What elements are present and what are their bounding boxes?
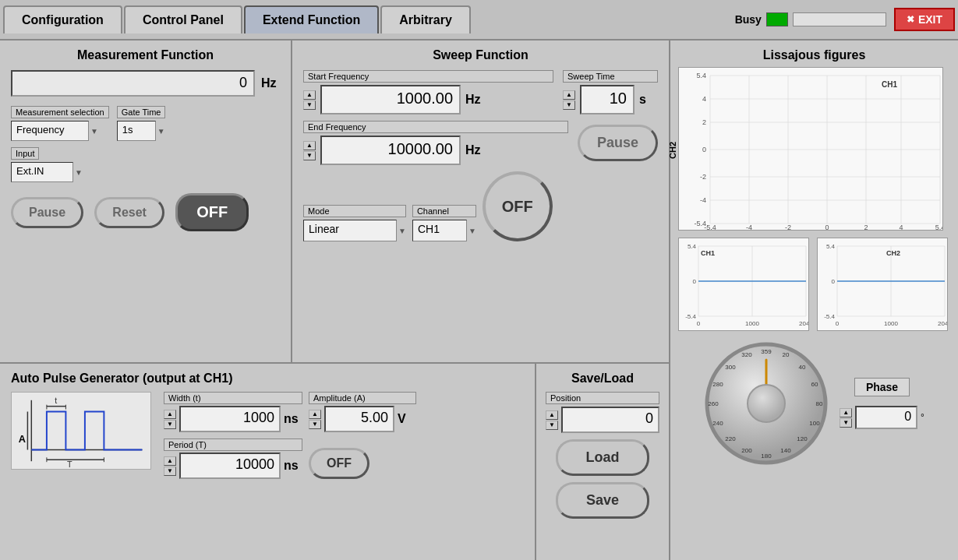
amplitude-up[interactable]: ▲ [309, 410, 321, 419]
phase-down[interactable]: ▼ [840, 418, 852, 428]
position-value[interactable]: 0 [561, 407, 659, 433]
svg-text:-4: -4 [746, 224, 752, 231]
busy-indicator [766, 12, 788, 26]
ch1-sub-chart: 5.4 0 -5.4 0 1000 2047 CH1 [678, 238, 809, 331]
channel-group: Channel CH1 ▼ [412, 205, 476, 241]
sweep-time-down[interactable]: ▼ [563, 100, 575, 110]
sweep-pause-button[interactable]: Pause [578, 125, 658, 161]
sweep-time-group: Sweep Time ▲ ▼ 10 s [563, 70, 658, 114]
start-freq-input-row: ▲ ▼ 1000.00 Hz [303, 85, 553, 114]
tab-extend-function[interactable]: Extend Function [244, 5, 379, 33]
width-down[interactable]: ▼ [164, 420, 176, 429]
tab-control-panel[interactable]: Control Panel [124, 5, 242, 33]
ch2-label: CH2 [668, 141, 677, 158]
sweep-off-button[interactable]: OFF [483, 171, 553, 241]
gate-time-arrow[interactable]: ▼ [157, 127, 165, 136]
tab-arbitrary[interactable]: Arbitrary [380, 5, 471, 33]
svg-text:5.4: 5.4 [696, 72, 706, 79]
input-select[interactable]: Ext.IN ▼ [11, 162, 280, 182]
gate-time-value[interactable]: 1s [117, 121, 156, 141]
position-up[interactable]: ▲ [546, 410, 558, 420]
amplitude-down[interactable]: ▼ [309, 420, 321, 429]
measurement-selection-select[interactable]: Frequency ▼ [11, 121, 109, 141]
gate-time-select[interactable]: 1s ▼ [117, 121, 166, 141]
tab-configuration[interactable]: Configuration [3, 5, 122, 33]
end-freq-unit: Hz [465, 143, 484, 157]
pulse-content: A T t [11, 392, 524, 479]
mode-arrow[interactable]: ▼ [398, 227, 406, 235]
gate-time-group: Gate Time 1s ▼ [117, 106, 166, 141]
input-value[interactable]: Ext.IN [11, 162, 73, 182]
phase-spin[interactable]: ▲ ▼ [840, 408, 852, 428]
start-freq-spin[interactable]: ▲ ▼ [303, 90, 316, 110]
mode-value[interactable]: Linear [303, 220, 397, 241]
amplitude-value[interactable]: 5.00 [324, 406, 394, 432]
svg-text:140: 140 [780, 447, 791, 454]
width-up[interactable]: ▲ [164, 410, 176, 419]
ch2-sub-wrapper: 5.4 0 -5.4 0 1000 2047 CH2 [817, 238, 951, 333]
sweep-time-value[interactable]: 10 [580, 85, 635, 114]
svg-text:2047: 2047 [799, 320, 809, 327]
exit-label: EXIT [918, 13, 942, 26]
busy-label: Busy [735, 13, 762, 26]
measurement-selection-arrow[interactable]: ▼ [90, 127, 98, 136]
measurement-reset-button[interactable]: Reset [94, 197, 164, 228]
measurement-pause-button[interactable]: Pause [11, 197, 83, 228]
period-unit: ns [284, 459, 302, 473]
phase-label: Phase [854, 378, 910, 396]
load-button[interactable]: Load [556, 439, 649, 476]
period-value[interactable]: 10000 [179, 453, 281, 479]
svg-text:200: 200 [741, 447, 752, 454]
svg-text:T: T [67, 460, 72, 469]
channel-value[interactable]: CH1 [412, 220, 467, 241]
pulse-off-button[interactable]: OFF [309, 448, 369, 479]
sweep-time-spin[interactable]: ▲ ▼ [563, 90, 575, 110]
exit-button[interactable]: ✖ EXIT [894, 8, 955, 31]
svg-text:240: 240 [712, 420, 723, 427]
svg-point-87 [748, 385, 785, 422]
phase-value[interactable]: 0 [855, 406, 917, 429]
start-freq-label: Start Frequency [303, 70, 553, 83]
dial-svg[interactable]: 359 20 40 60 80 100 120 140 180 200 220 … [704, 341, 829, 466]
top-row: Measurement Function 0 Hz Measurement se… [0, 41, 669, 364]
end-freq-up[interactable]: ▲ [303, 141, 316, 150]
start-freq-up[interactable]: ▲ [303, 90, 316, 100]
phase-up[interactable]: ▲ [840, 408, 852, 417]
measurement-selection-value[interactable]: Frequency [11, 121, 89, 141]
pulse-width-row: Width (t) ▲ ▼ 1000 ns [164, 392, 524, 432]
main-content: Measurement Function 0 Hz Measurement se… [0, 41, 958, 560]
svg-text:40: 40 [799, 364, 806, 371]
position-spin[interactable]: ▲ ▼ [546, 410, 558, 430]
period-down[interactable]: ▼ [164, 467, 176, 476]
end-freq-label: End Frequency [303, 121, 568, 133]
svg-text:-5.4: -5.4 [704, 224, 716, 231]
start-freq-down[interactable]: ▼ [303, 100, 316, 110]
period-input-group: Period (T) ▲ ▼ 10000 ns [164, 438, 302, 479]
position-down[interactable]: ▼ [546, 421, 558, 430]
end-freq-spin[interactable]: ▲ ▼ [303, 141, 316, 160]
end-freq-value[interactable]: 10000.00 [320, 136, 461, 165]
svg-text:359: 359 [761, 348, 772, 355]
svg-text:0: 0 [831, 278, 835, 285]
period-spin[interactable]: ▲ ▼ [164, 456, 176, 476]
svg-text:20: 20 [783, 351, 790, 358]
sweep-time-up[interactable]: ▲ [563, 90, 575, 100]
svg-text:5.4: 5.4 [825, 243, 835, 250]
input-arrow[interactable]: ▼ [75, 168, 83, 177]
width-value[interactable]: 1000 [179, 406, 281, 432]
amplitude-spin[interactable]: ▲ ▼ [309, 410, 321, 429]
mode-select-row[interactable]: Linear ▼ [303, 220, 406, 241]
channel-arrow[interactable]: ▼ [468, 227, 476, 235]
mode-group: Mode Linear ▼ [303, 205, 406, 241]
svg-text:2: 2 [864, 224, 868, 231]
channel-select-row[interactable]: CH1 ▼ [412, 220, 476, 241]
end-freq-down[interactable]: ▼ [303, 151, 316, 160]
svg-text:0: 0 [697, 320, 701, 327]
start-freq-value[interactable]: 1000.00 [320, 85, 461, 114]
svg-text:4: 4 [702, 95, 706, 103]
measurement-off-button[interactable]: OFF [175, 193, 249, 231]
width-spin[interactable]: ▲ ▼ [164, 410, 176, 429]
period-up[interactable]: ▲ [164, 456, 176, 466]
save-button[interactable]: Save [556, 482, 649, 519]
svg-text:120: 120 [797, 435, 808, 442]
